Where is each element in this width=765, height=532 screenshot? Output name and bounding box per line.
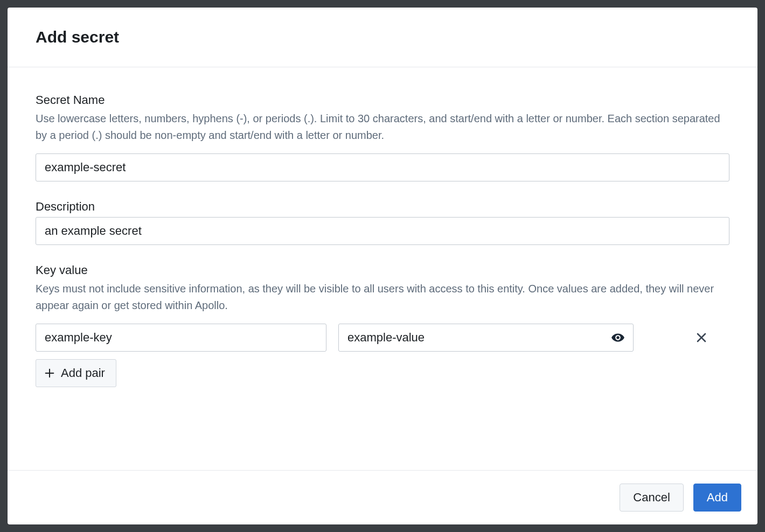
modal-footer: Cancel Add <box>8 470 757 524</box>
description-group: Description <box>36 200 729 245</box>
value-cell <box>338 324 634 352</box>
cancel-button[interactable]: Cancel <box>620 484 683 512</box>
add-button[interactable]: Add <box>693 484 741 512</box>
secret-name-label: Secret Name <box>36 93 729 107</box>
key-value-hint: Keys must not include sensitive informat… <box>36 281 729 314</box>
secret-name-input[interactable] <box>36 153 729 181</box>
close-icon <box>695 331 708 344</box>
modal-body: Secret Name Use lowercase letters, numbe… <box>8 67 757 470</box>
add-pair-label: Add pair <box>61 366 105 380</box>
add-secret-modal: Add secret Secret Name Use lowercase let… <box>8 8 757 524</box>
modal-header: Add secret <box>8 8 757 67</box>
secret-name-group: Secret Name Use lowercase letters, numbe… <box>36 93 729 181</box>
key-value-label: Key value <box>36 263 729 277</box>
plus-icon <box>44 367 55 379</box>
remove-pair-button[interactable] <box>690 326 713 349</box>
description-label: Description <box>36 200 729 214</box>
add-pair-button[interactable]: Add pair <box>36 359 116 387</box>
description-input[interactable] <box>36 217 729 245</box>
key-value-group: Key value Keys must not include sensitiv… <box>36 263 729 387</box>
value-input[interactable] <box>338 324 634 352</box>
modal-title: Add secret <box>36 28 729 46</box>
key-input[interactable] <box>36 324 326 352</box>
key-value-row <box>36 324 729 352</box>
secret-name-hint: Use lowercase letters, numbers, hyphens … <box>36 110 729 144</box>
toggle-visibility-button[interactable] <box>608 327 628 348</box>
eye-icon <box>611 331 625 345</box>
key-cell <box>36 324 326 352</box>
